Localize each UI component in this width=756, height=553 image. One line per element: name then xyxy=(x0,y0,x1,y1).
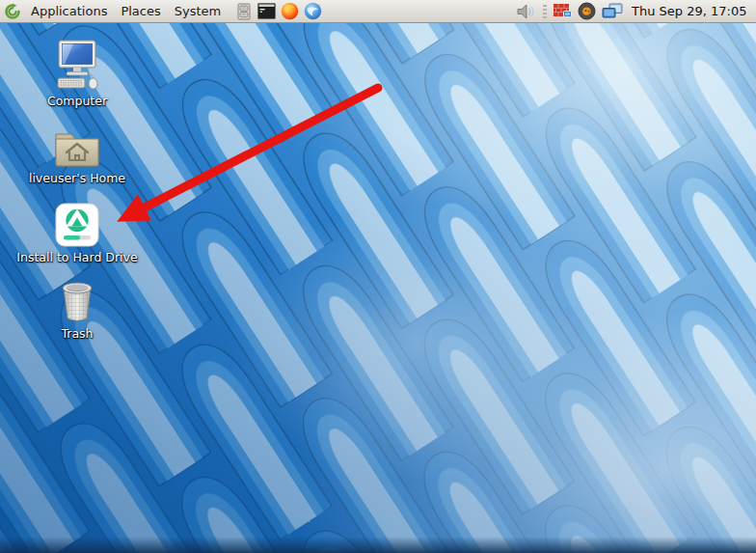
selinux-tray-item[interactable] xyxy=(578,2,596,20)
firewall-tray-item[interactable] xyxy=(553,3,573,19)
desktop-icon-label: Install to Hard Drive xyxy=(16,251,137,264)
terminal-launcher[interactable] xyxy=(257,2,276,20)
system-tray: Thu Sep 29, 17:05 xyxy=(516,0,746,22)
volume-icon xyxy=(516,3,537,20)
thunderbird-icon xyxy=(304,2,322,20)
menu-applications[interactable]: Applications xyxy=(24,0,114,22)
desktop-icon-label: liveuser's Home xyxy=(29,172,125,185)
desktop-icon-label: Trash xyxy=(61,327,93,341)
desktop-icon-label: Computer xyxy=(47,95,107,108)
network-icon xyxy=(601,3,624,19)
menu-system[interactable]: System xyxy=(168,0,228,22)
panel-clock[interactable]: Thu Sep 29, 17:05 xyxy=(632,4,746,18)
panel-launchers xyxy=(234,2,322,20)
home-folder-icon xyxy=(52,125,102,168)
computer-icon xyxy=(52,39,102,91)
network-tray-item[interactable] xyxy=(601,3,624,19)
firefox-launcher[interactable] xyxy=(281,2,299,20)
firewall-icon xyxy=(553,3,573,19)
anaconda-installer-icon xyxy=(55,203,99,247)
selinux-alert-icon xyxy=(578,2,596,20)
thunderbird-launcher[interactable] xyxy=(304,2,322,20)
menu-logo-icon xyxy=(4,3,21,20)
desktop-icon-trash[interactable]: Trash xyxy=(14,277,140,342)
tray-handle[interactable] xyxy=(543,5,547,18)
top-panel: Applications Places System xyxy=(0,0,756,23)
menu-places[interactable]: Places xyxy=(114,0,167,22)
firefox-icon xyxy=(281,2,299,20)
file-manager-launcher[interactable] xyxy=(234,2,253,20)
volume-tray-item[interactable] xyxy=(516,3,537,20)
terminal-icon xyxy=(257,3,276,19)
desktop-screen: { "panel": { "menus": [ {"label": "Appli… xyxy=(0,0,756,553)
file-manager-icon xyxy=(235,3,253,20)
desktop-icon-computer[interactable]: Computer xyxy=(14,39,140,109)
trash-icon xyxy=(56,279,98,323)
desktop-icon-install-to-hard-drive[interactable]: Install to Hard Drive xyxy=(14,199,140,265)
desktop-icon-home[interactable]: liveuser's Home xyxy=(14,122,140,186)
